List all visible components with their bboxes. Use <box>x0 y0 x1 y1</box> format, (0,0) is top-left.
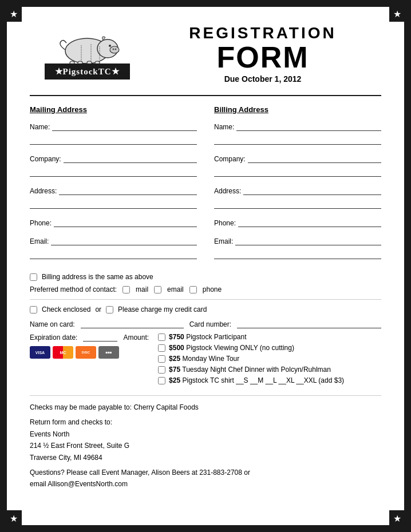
amount-row-3: $75 Tuesday Night Chef Dinner with Polcy… <box>158 366 381 374</box>
billing-company-row: Company: <box>214 153 381 177</box>
logo-area: ★PigstockTC★ <box>30 28 144 80</box>
mailing-address-heading: Mailing Address <box>30 105 197 114</box>
check-enclosed-label: Check enclosed <box>42 305 90 313</box>
amount-750-checkbox[interactable] <box>158 334 165 341</box>
mastercard-icon: MC <box>53 346 73 359</box>
mailing-address-col: Mailing Address Name: Company: Address: <box>30 105 197 267</box>
expiration-label: Expiration date: <box>30 334 77 342</box>
mailing-phone-input[interactable] <box>54 217 197 227</box>
address-section: Mailing Address Name: Company: Address: <box>30 105 381 267</box>
billing-address-input-2[interactable] <box>214 198 381 209</box>
svg-point-2 <box>110 46 119 53</box>
header-divider <box>30 95 381 96</box>
mailing-email-input-2[interactable] <box>30 249 197 259</box>
billing-name-row: Name: <box>214 121 381 145</box>
card-details-row: Name on card: Card number: <box>30 318 381 328</box>
due-date: Due October 1, 2012 <box>144 74 381 84</box>
mailing-email-row: Email: <box>30 235 197 259</box>
mailing-email-input[interactable] <box>51 235 197 245</box>
credit-card-label: Please charge my credit card <box>118 305 207 313</box>
amount-75-checkbox[interactable] <box>158 366 165 374</box>
mailing-phone-label: Phone: <box>30 219 52 227</box>
billing-phone-label: Phone: <box>214 219 236 227</box>
billing-company-label: Company: <box>214 155 246 163</box>
billing-name-input-2[interactable] <box>214 134 381 145</box>
mailing-address-input-2[interactable] <box>30 198 197 209</box>
billing-address-row: Address: <box>214 185 381 209</box>
mailing-name-row: Name: <box>30 121 197 145</box>
mailing-company-label: Company: <box>30 155 61 163</box>
name-on-card-input[interactable] <box>81 318 184 328</box>
mailing-address-input[interactable] <box>59 185 197 195</box>
amount-row-2: $25 Monday Wine Tour <box>158 355 381 363</box>
corner-star-tl: ★ <box>6 6 22 22</box>
name-on-card-label: Name on card: <box>30 320 75 328</box>
billing-address-heading: Billing Address <box>214 105 381 114</box>
billing-address-col: Billing Address Name: Company: Address: <box>214 105 381 267</box>
expiry-underline <box>83 333 117 342</box>
mailing-address-label: Address: <box>30 187 57 195</box>
other-cc-icon: ■■■ <box>98 346 119 359</box>
amount-row-4: $25 Pigstock TC shirt __S __M __L __XL _… <box>158 376 381 384</box>
billing-phone-input[interactable] <box>238 217 381 227</box>
billing-email-input[interactable] <box>235 235 381 245</box>
billing-address-input[interactable] <box>243 185 381 195</box>
amount-75-label: $75 Tuesday Night Chef Dinner with Polcy… <box>169 366 331 374</box>
contact-mail-label: mail <box>136 285 148 293</box>
mailing-name-input[interactable] <box>52 121 197 131</box>
amount-25-wine-checkbox[interactable] <box>158 355 165 363</box>
billing-same-checkbox[interactable] <box>30 273 37 281</box>
billing-company-input-2[interactable] <box>214 166 381 177</box>
contact-row: Preferred method of contact: mail email … <box>30 285 381 293</box>
contact-email-label: email <box>167 285 184 293</box>
corner-star-bl: ★ <box>6 510 22 526</box>
billing-company-input[interactable] <box>248 153 381 163</box>
amount-25-shirt-checkbox[interactable] <box>158 377 165 384</box>
registration-form: ★ ★ ★ ★ <box>0 0 411 532</box>
billing-address-label: Address: <box>214 187 241 195</box>
return-label: Return form and checks to: Events North … <box>30 416 381 463</box>
mailing-company-input-2[interactable] <box>30 166 197 177</box>
mailing-address-row: Address: <box>30 185 197 209</box>
mailing-company-input[interactable] <box>64 153 197 163</box>
contact-mail-checkbox[interactable] <box>122 286 130 293</box>
billing-same-row: Billing address is the same as above <box>30 273 381 281</box>
billing-email-input-2[interactable] <box>214 249 381 259</box>
billing-email-row: Email: <box>214 235 381 259</box>
amount-row-0: $750 Pigstock Participant <box>158 333 381 341</box>
title-registration: REGISTRATION <box>144 24 381 42</box>
amount-500-checkbox[interactable] <box>158 344 165 352</box>
card-number-input[interactable] <box>237 318 381 328</box>
billing-name-input[interactable] <box>236 121 381 131</box>
logo-banner: ★PigstockTC★ <box>45 63 130 80</box>
mailing-phone-row: Phone: <box>30 217 197 227</box>
amount-750-label: $750 Pigstock Participant <box>169 333 246 341</box>
bottom-section: Checks may be made payable to: Cherry Ca… <box>30 395 381 490</box>
title-form: FORM <box>144 42 381 72</box>
check-enclosed-checkbox[interactable] <box>30 306 37 313</box>
card-number-label: Card number: <box>189 320 231 328</box>
pig-icon <box>53 28 121 68</box>
cc-icons-row: VISA MC DISC ■■■ <box>30 346 149 359</box>
expiry-row: Expiration date: Amount: <box>30 333 149 342</box>
discover-icon: DISC <box>76 346 96 359</box>
credit-card-checkbox[interactable] <box>106 306 113 313</box>
payment-method-row: Check enclosed or Please charge my credi… <box>30 305 381 313</box>
mailing-name-input-2[interactable] <box>30 134 197 145</box>
amount-25-wine-label: $25 Monday Wine Tour <box>169 355 239 363</box>
svg-point-4 <box>115 49 117 50</box>
contact-label: Preferred method of contact: <box>30 285 117 293</box>
expiry-cc-area: Expiration date: Amount: VISA MC DISC ■■… <box>30 333 149 359</box>
billing-same-label: Billing address is the same as above <box>42 273 153 281</box>
contact-phone-label: phone <box>203 285 222 293</box>
corner-star-br: ★ <box>389 510 405 526</box>
questions-text: Questions? Please call Event Manager, Al… <box>30 467 381 490</box>
mailing-name-label: Name: <box>30 123 50 131</box>
contact-phone-checkbox[interactable] <box>189 286 197 293</box>
svg-point-5 <box>109 45 111 47</box>
contact-email-checkbox[interactable] <box>154 286 161 293</box>
checks-payable-text: Checks may be made payable to: Cherry Ca… <box>30 402 381 413</box>
billing-phone-row: Phone: <box>214 217 381 227</box>
payment-section: Check enclosed or Please charge my credi… <box>30 299 381 387</box>
amount-row-1: $500 Pigstock Viewing ONLY (no cutting) <box>158 344 381 352</box>
